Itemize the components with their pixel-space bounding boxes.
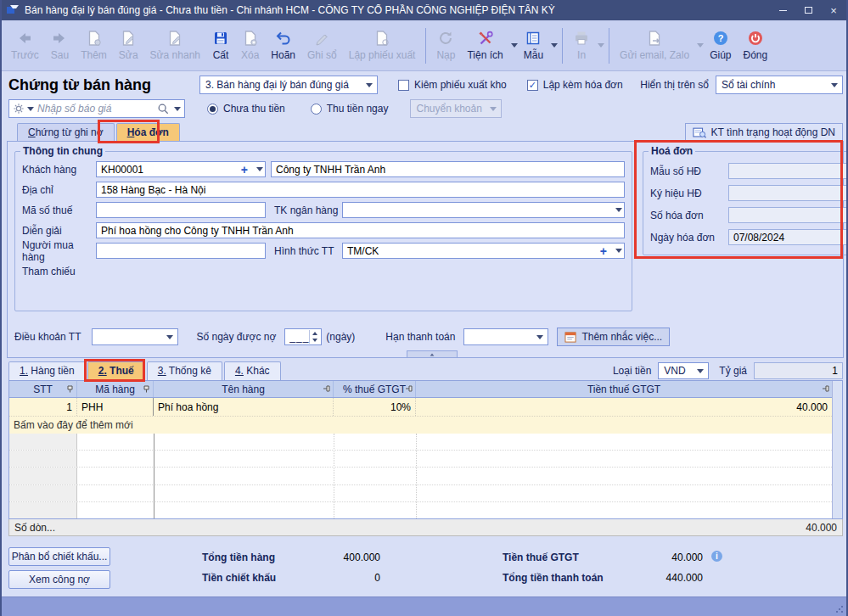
payment-terms-label: Điều khoản TT	[9, 331, 81, 343]
customer-name-field[interactable]	[271, 161, 625, 177]
toolbar-undo-button[interactable]: Hoãn	[265, 23, 301, 69]
resize-grip[interactable]	[835, 605, 844, 613]
column-header-thue-gtgt[interactable]: % thuế GTGT	[334, 381, 416, 397]
add-icon[interactable]	[600, 244, 607, 258]
toolbar-separator	[609, 28, 609, 64]
pin-icon[interactable]	[143, 385, 150, 393]
tab-khac[interactable]: 4. Khác	[224, 361, 281, 380]
pin-icon[interactable]	[405, 385, 413, 392]
toolbar-prev-button[interactable]: Trước	[5, 23, 45, 69]
quote-search-box[interactable]	[8, 99, 185, 118]
toolbar-export-slip-button[interactable]: Lập phiếu xuất	[343, 23, 422, 69]
column-header-tien-thue[interactable]: Tiền thuế GTGT	[416, 381, 832, 397]
invoice-symbol-field	[728, 185, 848, 201]
pin-icon[interactable]	[822, 385, 829, 392]
buyer-field[interactable]	[96, 243, 266, 259]
vertical-scrollbar[interactable]	[832, 381, 842, 518]
minimize-button[interactable]	[770, 0, 795, 20]
toolbar-help-button[interactable]: ? Giúp	[704, 23, 737, 69]
credit-days-label: Số ngày được nợ	[197, 331, 277, 343]
toolbar-close-button[interactable]: Đóng	[737, 23, 773, 69]
view-debt-button[interactable]: Xem công nợ	[8, 570, 110, 589]
column-header-stt[interactable]: STT	[9, 381, 77, 397]
radio-chua-thu-tien[interactable]: Chưa thu tiền	[207, 103, 285, 115]
collapse-panel-handle[interactable]	[407, 350, 458, 358]
address-field[interactable]	[96, 182, 625, 198]
column-divider	[334, 434, 334, 518]
pin-icon[interactable]	[323, 385, 330, 392]
utilities-caret-button[interactable]	[511, 23, 518, 69]
detail-panel: Thông tin chung Khách hàng KH00001 Địa c…	[7, 141, 844, 358]
toolbar-print-button[interactable]: In	[567, 23, 596, 69]
collapse-arrow-icon	[430, 353, 435, 356]
payment-form-combo[interactable]: TM/CK	[342, 243, 625, 259]
tab-hang-tien[interactable]: 1. Hàng tiền	[8, 361, 86, 380]
cell-thue[interactable]: 10%	[334, 398, 416, 416]
toolbar-quick-edit-button[interactable]: Sửa nhanh	[144, 23, 206, 69]
chevron-down-icon[interactable]	[174, 107, 181, 111]
tab-thong-ke[interactable]: 3. Thống kê	[147, 361, 222, 380]
search-icon[interactable]	[157, 103, 169, 115]
reference-label: Tham chiếu	[22, 266, 96, 277]
printer-icon	[573, 30, 590, 47]
send-email-caret-button[interactable]	[697, 23, 704, 69]
stepper-arrows-icon[interactable]	[309, 330, 320, 344]
chevron-down-icon[interactable]	[615, 249, 622, 253]
info-icon[interactable]	[711, 551, 722, 562]
chevron-down-icon[interactable]	[615, 208, 622, 212]
checkbox-lap-kem-hoa-don[interactable]: ✓ Lập kèm hóa đơn	[527, 79, 623, 91]
bank-account-dropdown[interactable]	[342, 202, 625, 218]
pin-icon[interactable]	[67, 385, 74, 393]
days-suffix-label: (ngày)	[326, 331, 355, 343]
currency-dropdown[interactable]: VND	[658, 362, 709, 379]
currency-label: Loại tiền	[613, 365, 651, 377]
maximize-button[interactable]	[795, 0, 821, 20]
cell-ma-hang[interactable]: PHH	[77, 398, 154, 416]
column-header-ten-hang[interactable]: Tên hàng	[154, 381, 334, 397]
toolbar-next-button[interactable]: Sau	[45, 23, 75, 69]
credit-days-stepper[interactable]: ___	[284, 328, 322, 345]
table-row[interactable]: 1 PHH Phí hoa hồng 10% 40.000	[9, 398, 832, 416]
add-icon[interactable]	[241, 163, 248, 176]
template-caret-button[interactable]	[551, 23, 558, 69]
cell-stt[interactable]: 1	[9, 398, 77, 416]
search-input[interactable]	[34, 103, 157, 115]
toolbar-save-button[interactable]: Cất	[206, 23, 235, 69]
description-field[interactable]	[96, 222, 625, 238]
chevron-down-icon[interactable]	[27, 107, 34, 111]
tab-thue[interactable]: 2. Thuế	[87, 361, 145, 380]
doc-type-dropdown[interactable]: 3. Bán hàng đại lý bán đúng giá	[199, 76, 378, 94]
cell-ten-hang[interactable]: Phí hoa hồng	[154, 398, 334, 416]
toolbar-edit-button[interactable]: Sửa	[113, 23, 144, 69]
row-count-label: Số dòn...	[14, 522, 55, 534]
payment-terms-dropdown[interactable]	[92, 328, 178, 345]
radio-thu-tien-ngay[interactable]: Thu tiền ngay	[311, 103, 389, 115]
customer-code-combo[interactable]: KH00001	[96, 161, 266, 177]
print-caret-button[interactable]	[598, 23, 604, 69]
cell-tien-thue[interactable]: 40.000	[416, 398, 832, 416]
due-date-dropdown[interactable]	[463, 328, 548, 345]
toolbar-utilities-button[interactable]: Tiện ích	[461, 23, 508, 69]
toolbar-post-button[interactable]: Ghi sổ	[301, 23, 343, 69]
display-on-dropdown[interactable]: Sổ tài chính	[716, 76, 843, 94]
customer-label: Khách hàng	[22, 164, 96, 176]
page-title: Chứng từ bán hàng	[8, 76, 199, 94]
toolbar-template-button[interactable]: Mẫu	[518, 23, 549, 69]
kt-status-button[interactable]: KT tình trạng hoạt động DN	[685, 123, 843, 142]
invoice-template-field	[728, 163, 848, 179]
toolbar-reload-button[interactable]: Nạp	[430, 23, 461, 69]
toolbar-send-email-button[interactable]: Gửi email, Zalo	[614, 23, 695, 69]
tab-hoa-don[interactable]: Hóa đơn	[116, 123, 180, 142]
toolbar-add-button[interactable]: Thêm	[75, 23, 113, 69]
allocate-discount-button[interactable]: Phân bổ chiết khấu...	[8, 547, 110, 566]
toolbar-delete-button[interactable]: Xóa	[235, 23, 265, 69]
buyer-label: Người mua hàng	[22, 239, 96, 263]
column-header-ma-hang[interactable]: Mã hàng	[77, 381, 154, 397]
taxcode-field[interactable]	[96, 202, 266, 218]
close-button[interactable]: ×	[821, 0, 846, 20]
tab-chung-tu-ghi-no[interactable]: Chứng từ ghi nợ	[17, 123, 115, 142]
add-new-row[interactable]: Bấm vào đây để thêm mới	[9, 416, 832, 434]
chevron-down-icon[interactable]	[256, 167, 263, 171]
checkbox-kiem-phieu-xuat-kho[interactable]: Kiêm phiếu xuất kho	[398, 79, 507, 91]
add-reminder-button[interactable]: Thêm nhắc việc...	[557, 328, 670, 346]
